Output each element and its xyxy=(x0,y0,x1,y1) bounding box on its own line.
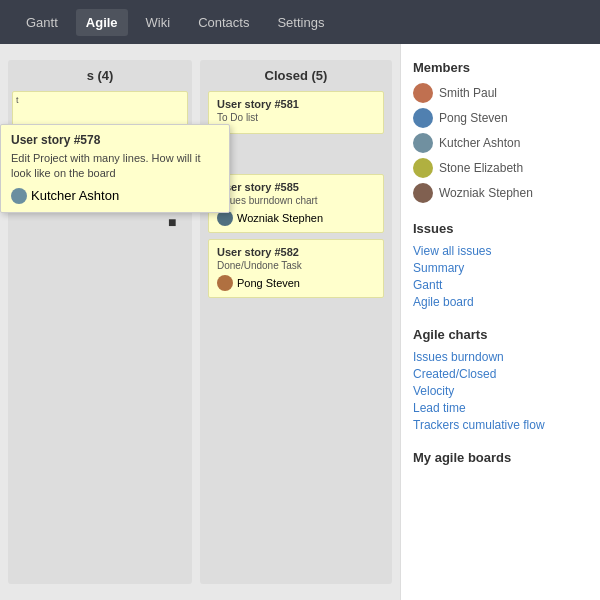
card-582[interactable]: User story #582 Done/Undone Task Pong St… xyxy=(208,239,384,298)
tooltip-avatar xyxy=(11,188,27,204)
my-boards-section: My agile boards xyxy=(413,450,588,465)
board-area: s (4) t rds Closed (5) User story #581 T… xyxy=(0,44,400,600)
link-lead-time[interactable]: Lead time xyxy=(413,401,588,415)
card-582-assignee-name: Pong Steven xyxy=(237,277,300,289)
navbar: Gantt Agile Wiki Contacts Settings xyxy=(0,0,600,44)
member-pong-steven[interactable]: Pong Steven xyxy=(413,108,588,128)
issues-title: Issues xyxy=(413,221,588,236)
member-stone-elizabeth[interactable]: Stone Elizabeth xyxy=(413,158,588,178)
tooltip-assignee: Kutcher Ashton xyxy=(11,188,219,204)
member-name-kutcher-ashton: Kutcher Ashton xyxy=(439,136,520,150)
member-name-wozniak-stephen: Wozniak Stephen xyxy=(439,186,533,200)
members-section: Members Smith Paul Pong Steven Kutcher A… xyxy=(413,60,588,203)
card-581-title: User story #581 xyxy=(217,98,375,110)
link-summary[interactable]: Summary xyxy=(413,261,588,275)
closed-column-header: Closed (5) xyxy=(208,68,384,83)
agile-charts-title: Agile charts xyxy=(413,327,588,342)
member-name-stone-elizabeth: Stone Elizabeth xyxy=(439,161,523,175)
issues-section: Issues View all issues Summary Gantt Agi… xyxy=(413,221,588,309)
card-585-title: User story #585 xyxy=(217,181,375,193)
members-title: Members xyxy=(413,60,588,75)
nav-contacts[interactable]: Contacts xyxy=(188,9,259,36)
link-gantt[interactable]: Gantt xyxy=(413,278,588,292)
card-585-assignee-name: Wozniak Stephen xyxy=(237,212,323,224)
link-velocity[interactable]: Velocity xyxy=(413,384,588,398)
link-issues-burndown[interactable]: Issues burndown xyxy=(413,350,588,364)
tooltip-assignee-name: Kutcher Ashton xyxy=(31,188,119,203)
main-layout: s (4) t rds Closed (5) User story #581 T… xyxy=(0,44,600,600)
avatar-kutcher-ashton xyxy=(413,133,433,153)
member-name-pong-steven: Pong Steven xyxy=(439,111,508,125)
partial-card-text-1: t xyxy=(13,92,187,108)
left-column-header: s (4) xyxy=(12,68,188,83)
tooltip-title: User story #578 xyxy=(11,133,219,147)
member-kutcher-ashton[interactable]: Kutcher Ashton xyxy=(413,133,588,153)
card-585[interactable]: User story #585 Issues burndown chart Wo… xyxy=(208,174,384,233)
card-581-subtitle: To Do list xyxy=(217,112,375,123)
avatar-stone-elizabeth xyxy=(413,158,433,178)
link-trackers-cumulative[interactable]: Trackers cumulative flow xyxy=(413,418,588,432)
nav-settings[interactable]: Settings xyxy=(267,9,334,36)
card-581[interactable]: User story #581 To Do list xyxy=(208,91,384,134)
tooltip-body: Edit Project with many lines. How will i… xyxy=(11,151,219,182)
avatar-smith-paul xyxy=(413,83,433,103)
link-created-closed[interactable]: Created/Closed xyxy=(413,367,588,381)
agile-charts-section: Agile charts Issues burndown Created/Clo… xyxy=(413,327,588,432)
nav-wiki[interactable]: Wiki xyxy=(136,9,181,36)
card-582-assignee: Pong Steven xyxy=(217,275,375,291)
member-wozniak-stephen[interactable]: Wozniak Stephen xyxy=(413,183,588,203)
card-585-assignee: Wozniak Stephen xyxy=(217,210,375,226)
avatar-pong-steven xyxy=(413,108,433,128)
member-name-smith-paul: Smith Paul xyxy=(439,86,497,100)
sidebar: Members Smith Paul Pong Steven Kutcher A… xyxy=(400,44,600,600)
member-smith-paul[interactable]: Smith Paul xyxy=(413,83,588,103)
card-582-subtitle: Done/Undone Task xyxy=(217,260,375,271)
tooltip-card[interactable]: User story #578 Edit Project with many l… xyxy=(0,124,230,213)
card-582-avatar xyxy=(217,275,233,291)
nav-agile[interactable]: Agile xyxy=(76,9,128,36)
nav-gantt[interactable]: Gantt xyxy=(16,9,68,36)
card-582-title: User story #582 xyxy=(217,246,375,258)
avatar-wozniak-stephen xyxy=(413,183,433,203)
link-view-all-issues[interactable]: View all issues xyxy=(413,244,588,258)
card-585-subtitle: Issues burndown chart xyxy=(217,195,375,206)
link-agile-board[interactable]: Agile board xyxy=(413,295,588,309)
my-boards-title: My agile boards xyxy=(413,450,588,465)
cursor-icon: ■ xyxy=(168,214,176,230)
